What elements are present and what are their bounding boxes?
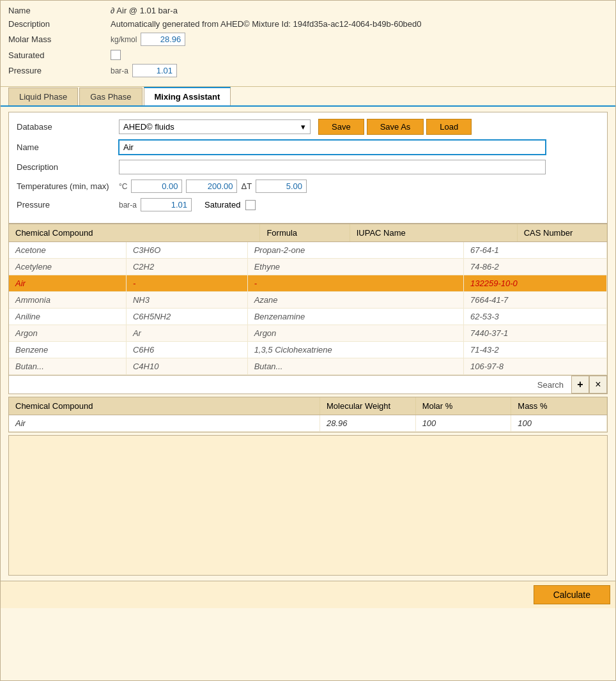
calculate-button[interactable]: Calculate [534, 585, 610, 604]
add-button[interactable]: + [571, 376, 589, 394]
cell-cas: 7440-37-1 [464, 325, 607, 342]
table-row[interactable]: Argon Ar Argon 7440-37-1 [9, 325, 607, 342]
cell-iupac: Propan-2-one [247, 242, 463, 259]
saturated-row: Saturated [204, 200, 256, 210]
cell-formula: C2H2 [126, 259, 247, 275]
load-button[interactable]: Load [426, 119, 472, 135]
cell-compound: Argon [9, 325, 126, 342]
compound-table: Chemical Compound Formula IUPAC Name CAS… [9, 224, 607, 242]
mixture-row[interactable]: Air 28.96 100 100 [9, 415, 607, 432]
compound-table-wrapper: Chemical Compound Formula IUPAC Name CAS… [8, 224, 608, 376]
cell-cas: 62-53-3 [464, 309, 607, 325]
cell-cas: 7664-41-7 [464, 292, 607, 309]
mix-cell-molar: 100 [415, 415, 511, 432]
save-button[interactable]: Save [318, 119, 364, 135]
search-row: Search + × [8, 376, 608, 394]
desc-value: Automatically generated from AHED© Mixtu… [111, 19, 422, 29]
mixing-desc-label: Description [17, 162, 119, 172]
col-header-compound: Chemical Compound [9, 224, 260, 242]
cell-compound: Aniline [9, 309, 126, 325]
cell-formula: C6H6 [126, 342, 247, 358]
close-button[interactable]: × [589, 376, 607, 394]
cell-formula: NH3 [126, 292, 247, 309]
cell-cas: 67-64-1 [464, 242, 607, 259]
tabs-row: Liquid Phase Gas Phase Mixing Assistant [1, 87, 615, 107]
delta-t-input[interactable] [256, 180, 307, 193]
mixing-pressure-input[interactable] [141, 198, 192, 211]
cell-cas: 71-43-2 [464, 342, 607, 358]
cell-formula: - [126, 275, 247, 292]
saturated-checkbox-top[interactable] [111, 50, 121, 60]
cell-formula: C4H10 [126, 358, 247, 375]
cell-compound: Benzene [9, 342, 126, 358]
search-input[interactable] [9, 378, 530, 392]
col-header-iupac: IUPAC Name [350, 224, 517, 242]
cell-iupac: Azane [247, 292, 463, 309]
cell-iupac: Butan... [247, 358, 463, 375]
cell-compound: Acetylene [9, 259, 126, 275]
table-row[interactable]: Air - - 132259-10-0 [9, 275, 607, 292]
action-buttons: Save Save As Load [318, 119, 472, 135]
pressure-unit-top: bar-a [111, 66, 128, 75]
cell-cas: 106-97-8 [464, 358, 607, 375]
pressure-input-top[interactable] [132, 64, 177, 77]
molar-mass-unit: kg/kmol [111, 35, 137, 44]
cell-formula: C6H5NH2 [126, 309, 247, 325]
cell-formula: C3H6O [126, 242, 247, 259]
tab-liquid-phase[interactable]: Liquid Phase [8, 88, 78, 105]
mix-col-compound: Chemical Compound [9, 397, 320, 415]
temp-label: Temperatures (min, max) [17, 181, 119, 191]
table-row[interactable]: Acetone C3H6O Propan-2-one 67-64-1 [9, 242, 607, 259]
compound-scroll-area[interactable]: Acetone C3H6O Propan-2-one 67-64-1 Acety… [9, 242, 607, 375]
saturated-label-mix: Saturated [204, 200, 240, 210]
cell-compound: Acetone [9, 242, 126, 259]
mixing-desc-input[interactable] [119, 160, 546, 174]
table-row[interactable]: Acetylene C2H2 Ethyne 74-86-2 [9, 259, 607, 275]
desc-label: Description [8, 19, 111, 29]
save-as-button[interactable]: Save As [367, 119, 424, 135]
cell-iupac: Argon [247, 325, 463, 342]
database-label: Database [17, 122, 119, 132]
saturated-label-top: Saturated [8, 50, 111, 60]
saturated-checkbox-mix[interactable] [245, 200, 256, 210]
mixing-pressure-label: Pressure [17, 200, 119, 210]
temp-max-input[interactable] [186, 180, 237, 193]
name-label: Name [8, 6, 111, 15]
cell-compound: Air [9, 275, 126, 292]
mix-col-molwt: Molecular Weight [320, 397, 415, 415]
cell-compound: Ammonia [9, 292, 126, 309]
cell-iupac: Benzenamine [247, 309, 463, 325]
molar-mass-label: Molar Mass [8, 34, 111, 44]
mix-cell-compound: Air [9, 415, 320, 432]
mix-cell-mass: 100 [511, 415, 607, 432]
mixing-name-input[interactable] [119, 140, 546, 155]
database-select-wrapper: AHED© fluids [119, 119, 311, 134]
mixing-name-label: Name [17, 142, 119, 152]
table-row[interactable]: Ammonia NH3 Azane 7664-41-7 [9, 292, 607, 309]
temp-min-input[interactable] [131, 180, 182, 193]
table-row[interactable]: Butan... C4H10 Butan... 106-97-8 [9, 358, 607, 375]
name-value: ∂ Air @ 1.01 bar-a [111, 6, 178, 15]
cell-iupac: 1,3,5 Ciclohexatriene [247, 342, 463, 358]
table-row[interactable]: Aniline C6H5NH2 Benzenamine 62-53-3 [9, 309, 607, 325]
mixture-table: Chemical Compound Molecular Weight Molar… [9, 397, 607, 432]
tab-mixing-assistant[interactable]: Mixing Assistant [144, 87, 231, 105]
temp-unit: °C [119, 182, 127, 191]
col-header-formula: Formula [260, 224, 350, 242]
database-select[interactable]: AHED© fluids [119, 119, 311, 134]
table-row[interactable]: Benzene C6H6 1,3,5 Ciclohexatriene 71-43… [9, 342, 607, 358]
cell-cas: 132259-10-0 [464, 275, 607, 292]
mix-col-molar: Molar % [415, 397, 511, 415]
mixture-table-container: Chemical Compound Molecular Weight Molar… [8, 397, 608, 432]
temp-inputs: ΔT [131, 180, 307, 193]
mix-cell-molwt: 28.96 [320, 415, 415, 432]
footer: Calculate [1, 581, 615, 608]
molar-mass-input[interactable] [141, 33, 185, 46]
cell-compound: Butan... [9, 358, 126, 375]
tab-gas-phase[interactable]: Gas Phase [79, 88, 142, 105]
pressure-label-top: Pressure [8, 66, 111, 75]
mixing-pressure-unit: bar-a [119, 201, 137, 210]
delta-t-label: ΔT [241, 181, 252, 191]
cell-formula: Ar [126, 325, 247, 342]
cell-iupac: - [247, 275, 463, 292]
